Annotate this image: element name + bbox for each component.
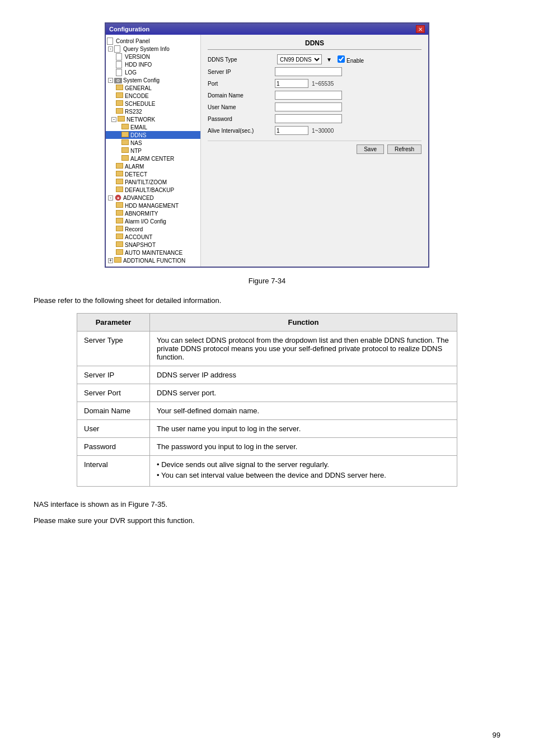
tree-label: LOG <box>125 69 137 76</box>
tree-item-advanced[interactable]: - ★ ADVANCED <box>106 194 200 202</box>
server-ip-row: Server IP <box>208 67 421 76</box>
tree-label: System Config <box>123 77 160 83</box>
tree-label: ADDTIONAL FUNCTION <box>123 258 185 264</box>
tree-item-system-config[interactable]: - System Config <box>106 76 200 84</box>
figure-caption: Figure 7-34 <box>34 277 500 285</box>
tree-item-rs232[interactable]: RS232 <box>106 108 200 115</box>
tree-item-general[interactable]: GENERAL <box>106 84 200 92</box>
collapse-addtional-icon[interactable]: + <box>108 258 113 263</box>
func-cell: DDNS server port. <box>150 384 457 402</box>
func-cell: Your self-defined domain name. <box>150 402 457 419</box>
collapse-icon[interactable]: - <box>108 46 113 52</box>
tree-label: HDD MANAGEMENT <box>125 203 179 209</box>
tree-item-pan-tilt-zoom[interactable]: PAN/TILT/ZOOM <box>106 178 200 186</box>
collapse-icon[interactable]: - <box>108 78 113 83</box>
user-name-label: User Name <box>208 104 275 110</box>
tree-label: PAN/TILT/ZOOM <box>125 179 167 185</box>
tree-label: RS232 <box>125 109 142 115</box>
config-title: Configuration <box>109 26 149 32</box>
table-row: PasswordThe password you input to log in… <box>77 437 457 455</box>
param-cell: User <box>77 419 150 437</box>
ddns-type-select[interactable]: CN99 DDNS <box>277 54 322 64</box>
param-cell: Interval <box>77 455 150 486</box>
alive-input[interactable] <box>275 126 308 135</box>
tree-item-nas[interactable]: NAS <box>106 139 200 147</box>
tree-item-schedule[interactable]: SCHEDULE <box>106 100 200 108</box>
func-cell: You can select DDNS protocol from the dr… <box>150 331 457 366</box>
port-range: 1~65535 <box>312 81 334 87</box>
tree-item-ntp[interactable]: NTP <box>106 147 200 155</box>
port-row: Port 1~65535 <box>208 79 421 88</box>
footer-line1: NAS interface is shown as in Figure 7-35… <box>34 498 500 511</box>
tree-item-alarm[interactable]: ALARM <box>106 162 200 170</box>
tree-item-default-backup[interactable]: DEFAULT/BACKUP <box>106 186 200 194</box>
tree-item-abnormity[interactable]: ABNORMITY <box>106 209 200 217</box>
tree-label: HDD INFO <box>125 62 152 68</box>
tree-item-addtional-function[interactable]: + ADDTIONAL FUNCTION <box>106 256 200 264</box>
svg-text:★: ★ <box>116 196 120 200</box>
server-ip-input[interactable] <box>275 67 342 76</box>
tree-item-version[interactable]: VERSION <box>106 53 200 60</box>
save-button[interactable]: Save <box>357 144 384 154</box>
tree-label: EMAIL <box>130 124 147 130</box>
tree-item-query-system-info[interactable]: - Query System Info <box>106 45 200 53</box>
footer-line2: Please make sure your DVR support this f… <box>34 514 500 527</box>
ddns-enable-checkbox[interactable] <box>338 55 345 63</box>
svg-point-2 <box>118 80 119 82</box>
domain-name-input[interactable] <box>275 91 342 100</box>
tree-label: Record <box>125 226 143 232</box>
user-name-input[interactable] <box>275 102 342 111</box>
tree-item-alarm-center[interactable]: ALARM CENTER <box>106 155 200 162</box>
tree-label: NTP <box>130 148 142 154</box>
button-row: Save Refresh <box>208 141 421 154</box>
tree-item-account[interactable]: ACCOUNT <box>106 233 200 241</box>
tree-item-control-panel[interactable]: Control Panel <box>106 37 200 45</box>
list-item: You can set interval value between the d… <box>157 471 450 479</box>
tree-label: Control Panel <box>116 38 150 44</box>
tree-label: NETWORK <box>127 116 155 123</box>
port-label: Port <box>208 81 275 87</box>
tree-label: Query System Info <box>123 46 170 52</box>
param-cell: Server Port <box>77 384 150 402</box>
tree-item-encode[interactable]: ENCODE <box>106 92 200 100</box>
close-button[interactable]: ✕ <box>416 25 425 33</box>
collapse-network-icon[interactable]: - <box>111 117 116 122</box>
list-item: Device sends out alive signal to the ser… <box>157 460 450 469</box>
tree-label: DDNS <box>130 132 146 138</box>
table-row: IntervalDevice sends out alive signal to… <box>77 455 457 486</box>
tree-item-log[interactable]: LOG <box>106 68 200 76</box>
tree-item-ddns[interactable]: DDNS <box>106 131 200 139</box>
tree-label: ENCODE <box>125 93 149 99</box>
ddns-type-row: DDNS Type CN99 DDNS ▼ Enable <box>208 54 421 64</box>
config-window: Configuration ✕ Control Panel - Query Sy… <box>105 22 429 268</box>
password-input[interactable] <box>275 114 342 123</box>
tree-item-snapshot[interactable]: SNAPSHOT <box>106 241 200 249</box>
user-name-row: User Name <box>208 102 421 111</box>
alive-label: Alive Interval(sec.) <box>208 128 275 134</box>
domain-name-row: Domain Name <box>208 91 421 100</box>
tree-item-alarm-io-config[interactable]: Alarm I/O Config <box>106 217 200 225</box>
port-input[interactable] <box>275 79 308 88</box>
collapse-advanced-icon[interactable]: - <box>108 195 113 200</box>
config-titlebar: Configuration ✕ <box>106 24 428 35</box>
tree-item-network[interactable]: - NETWORK <box>106 115 200 123</box>
table-row: Server IPDDNS server IP address <box>77 366 457 384</box>
tree-label: DETECT <box>125 171 147 178</box>
tree-item-record[interactable]: Record <box>106 225 200 233</box>
table-row: Domain NameYour self-defined domain name… <box>77 402 457 419</box>
tree-item-auto-maintenance[interactable]: AUTO MAINTENANCE <box>106 249 200 256</box>
tree-item-detect[interactable]: DETECT <box>106 170 200 178</box>
tree-item-hdd-info[interactable]: HDD INFO <box>106 60 200 68</box>
tree-label: AUTO MAINTENANCE <box>125 250 182 256</box>
ddns-panel: DDNS DDNS Type CN99 DDNS ▼ Enable Server… <box>201 35 428 267</box>
col-header-func: Function <box>150 313 457 331</box>
tree-item-email[interactable]: EMAIL <box>106 123 200 131</box>
param-cell: Server IP <box>77 366 150 384</box>
tree-item-hdd-management[interactable]: HDD MANAGEMENT <box>106 202 200 209</box>
tree-label: ABNORMITY <box>125 211 158 217</box>
ddns-title: DDNS <box>208 39 421 50</box>
refresh-button[interactable]: Refresh <box>387 144 421 154</box>
tree-label: ADVANCED <box>123 195 154 201</box>
password-row: Password <box>208 114 421 123</box>
tree-label: GENERAL <box>125 85 152 91</box>
